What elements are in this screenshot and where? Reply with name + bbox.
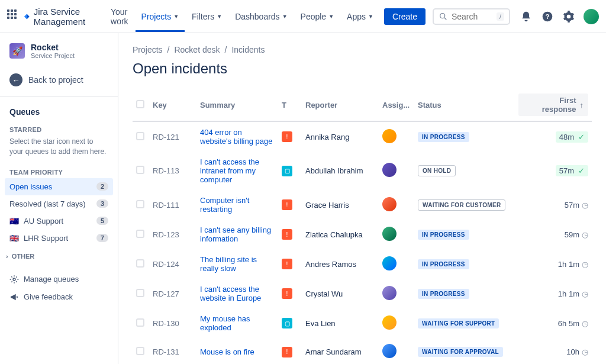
issue-summary-link[interactable]: Computer isn't restarting (200, 196, 249, 214)
assignee-avatar[interactable] (382, 163, 397, 177)
settings-icon[interactable] (562, 10, 575, 23)
breadcrumb-item[interactable]: Rocket desk (174, 45, 220, 54)
team-priority-heading: Team Priority (5, 163, 113, 178)
assignee-avatar[interactable] (382, 129, 397, 143)
product-logo[interactable]: Jira Service Management (24, 7, 93, 27)
project-type: Service Project (31, 52, 75, 59)
reporter-name: Andres Ramos (302, 249, 379, 279)
row-checkbox[interactable] (136, 230, 144, 238)
queue-label: Resolved (last 7 days) (9, 199, 86, 208)
issue-summary-link[interactable]: I can't access the intranet from my comp… (200, 157, 259, 184)
col-status[interactable]: Status (414, 89, 515, 121)
issue-key[interactable]: RD-121 (149, 121, 196, 152)
nav-filters[interactable]: Filters▼ (186, 8, 228, 25)
nav-people[interactable]: People▼ (295, 8, 340, 25)
create-button[interactable]: Create (384, 8, 426, 25)
issue-key[interactable]: RD-130 (149, 308, 196, 338)
page-title: Open incidents (133, 60, 592, 77)
row-checkbox[interactable] (136, 318, 144, 327)
queue-au-support[interactable]: 🇦🇺AU Support5 (5, 212, 113, 230)
search-input[interactable] (452, 12, 493, 21)
issue-key[interactable]: RD-131 (149, 338, 196, 364)
row-checkbox[interactable] (136, 289, 144, 297)
clock-icon: ◷ (582, 260, 588, 269)
assignee-avatar[interactable] (382, 227, 397, 241)
table-row: RD-130My mouse has exploded▢Eva LienWAIT… (133, 308, 592, 338)
nav-your-work[interactable]: Your work (105, 4, 134, 30)
col-reporter[interactable]: Reporter (302, 89, 379, 121)
queue-open-issues[interactable]: Open issues2 (5, 178, 113, 195)
breadcrumb-item[interactable]: Projects (133, 45, 163, 54)
queue-count: 5 (96, 217, 108, 225)
nav-apps[interactable]: Apps▼ (341, 8, 379, 25)
issue-key[interactable]: RD-123 (149, 220, 196, 249)
first-response-value: 6h 5m◷ (515, 308, 592, 338)
assignee-avatar[interactable] (382, 286, 397, 300)
manage-queues-link[interactable]: Manage queues (5, 270, 113, 288)
col-first-response[interactable]: First response↑ (515, 89, 592, 121)
row-checkbox[interactable] (136, 166, 144, 174)
reporter-name: Annika Rang (302, 121, 379, 152)
col-assignee[interactable]: Assig... (379, 89, 414, 121)
status-badge: WAITING FOR APPROVAL (418, 347, 503, 357)
reporter-name: Amar Sundaram (302, 338, 379, 364)
issue-key[interactable]: RD-113 (149, 152, 196, 190)
row-checkbox[interactable] (136, 259, 144, 268)
check-icon: ✓ (578, 166, 585, 175)
search-box[interactable]: / (433, 8, 510, 25)
nav-projects[interactable]: Projects▼ (136, 1, 185, 32)
issue-summary-link[interactable]: 404 error on website's billing page (200, 128, 272, 146)
issue-type-icon: ! (282, 199, 292, 210)
issue-summary-link[interactable]: I can't access the website in Europe (200, 285, 261, 302)
give-feedback-link[interactable]: Give feedback (5, 288, 113, 306)
issue-type-icon: ▢ (282, 318, 292, 328)
select-all-checkbox[interactable] (136, 100, 144, 108)
svg-line-1 (444, 18, 446, 20)
profile-avatar[interactable] (584, 9, 599, 24)
issue-key[interactable]: RD-124 (149, 249, 196, 279)
back-to-project-link[interactable]: ← Back to project (5, 69, 113, 91)
issue-key[interactable]: RD-127 (149, 279, 196, 308)
status-badge: IN PROGRESS (418, 289, 469, 299)
assignee-avatar[interactable] (382, 344, 397, 358)
search-kbd: / (497, 12, 504, 21)
jira-icon (24, 11, 30, 22)
app-switcher-icon[interactable] (7, 9, 17, 24)
issue-summary-link[interactable]: The billing site is really slow (200, 255, 257, 273)
queue-count: 3 (96, 199, 108, 208)
nav-dashboards[interactable]: Dashboards▼ (229, 8, 293, 25)
queues-heading: Queues (5, 104, 113, 120)
breadcrumb: Projects/Rocket desk/Incidents (133, 45, 592, 54)
queue-resolved-last-7-days-[interactable]: Resolved (last 7 days)3 (5, 195, 113, 212)
project-header[interactable]: 🚀 Rocket Service Project (5, 43, 113, 69)
assignee-avatar[interactable] (382, 197, 397, 211)
row-checkbox[interactable] (136, 132, 144, 140)
issue-summary-link[interactable]: My mouse has exploded (200, 314, 250, 332)
clock-icon: ◷ (582, 230, 588, 239)
assignee-avatar[interactable] (382, 256, 397, 270)
row-checkbox[interactable] (136, 200, 144, 208)
help-icon[interactable]: ? (541, 10, 554, 23)
issue-type-icon: ! (282, 229, 292, 240)
issue-summary-link[interactable]: I can't see any billing information (200, 226, 271, 243)
issue-type-icon: ! (282, 131, 292, 142)
queue-count: 7 (96, 234, 108, 242)
col-summary[interactable]: Summary (196, 89, 278, 121)
assignee-avatar[interactable] (382, 315, 397, 330)
row-checkbox[interactable] (136, 347, 144, 355)
col-key[interactable]: Key (149, 89, 196, 121)
issue-type-icon: ▢ (282, 166, 292, 176)
issue-key[interactable]: RD-111 (149, 190, 196, 220)
notifications-icon[interactable] (520, 10, 533, 23)
breadcrumb-item[interactable]: Incidents (231, 45, 265, 54)
queue-label: LHR Support (24, 234, 68, 243)
table-row: RD-121404 error on website's billing pag… (133, 121, 592, 152)
queue-lhr-support[interactable]: 🇬🇧LHR Support7 (5, 230, 113, 247)
issue-type-icon: ! (282, 347, 292, 357)
clock-icon: ◷ (582, 289, 588, 298)
product-name: Jira Service Management (34, 7, 93, 27)
other-toggle[interactable]: › OTHER (5, 247, 113, 260)
clock-icon: ◷ (582, 347, 588, 356)
issue-summary-link[interactable]: Mouse is on fire (200, 347, 254, 356)
col-type[interactable]: T (278, 89, 302, 121)
